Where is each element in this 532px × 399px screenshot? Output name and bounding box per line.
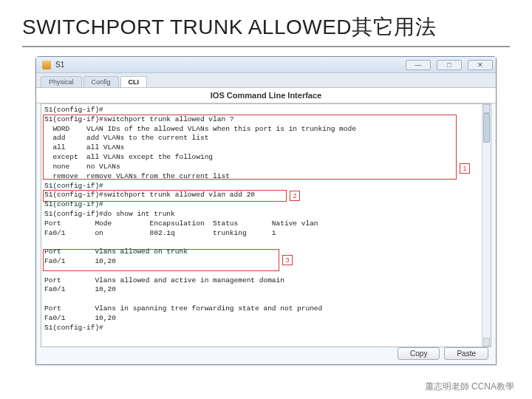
app-icon (42, 61, 51, 69)
slide-footer: 蕭志明老師 CCNA教學 (425, 381, 514, 393)
copy-button[interactable]: Copy (398, 347, 440, 360)
maximize-button[interactable]: □ (437, 60, 462, 70)
minimize-button[interactable]: — (406, 60, 431, 70)
tab-physical[interactable]: Physical (41, 76, 82, 87)
window-controls: — □ ✕ (406, 60, 493, 70)
titlebar: S1 — □ ✕ (36, 57, 496, 73)
cli-header: IOS Command Line Interface (36, 88, 496, 103)
tab-cli[interactable]: CLI (120, 76, 148, 87)
title-underline (22, 46, 510, 47)
window-title: S1 (55, 61, 406, 69)
tab-row: Physical Config CLI (36, 73, 496, 88)
vertical-scrollbar[interactable] (482, 104, 491, 347)
scroll-thumb[interactable] (483, 113, 490, 143)
close-button[interactable]: ✕ (468, 60, 493, 70)
cli-output: S1(config-if)# S1(config-if)#switchport … (44, 106, 488, 333)
paste-button[interactable]: Paste (444, 347, 488, 360)
callout-2: 2 (290, 191, 300, 201)
cli-terminal[interactable]: S1(config-if)# S1(config-if)#switchport … (41, 103, 491, 347)
tab-config[interactable]: Config (83, 76, 119, 87)
cli-button-row: Copy Paste (398, 347, 488, 360)
callout-3: 3 (282, 255, 293, 265)
app-window: S1 — □ ✕ Physical Config CLI IOS Command… (35, 56, 497, 365)
callout-1: 1 (460, 163, 470, 174)
slide-title: SWITCHPORT TRUNK ALLOWED其它用法 (0, 0, 532, 46)
